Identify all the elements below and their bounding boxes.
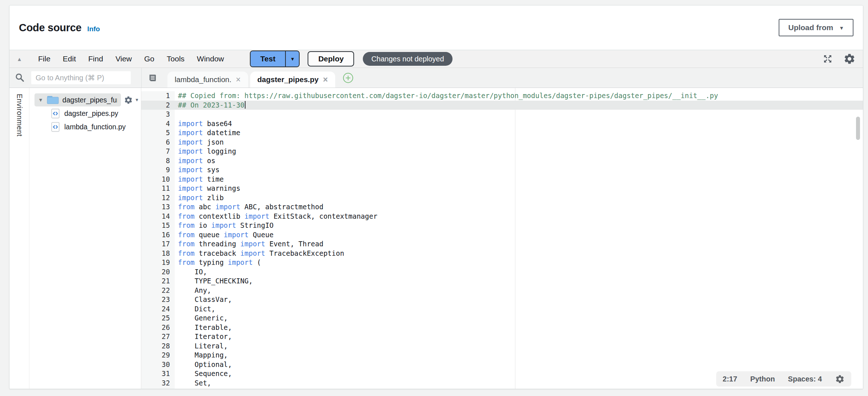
code-line[interactable]: 28 Literal, [141,342,863,351]
code-line[interactable]: 3 [141,110,863,119]
tab-label: lambda_function. [175,75,231,84]
line-number: 5 [141,128,175,138]
menu-tools[interactable]: Tools [161,54,191,63]
menu-find[interactable]: Find [82,54,109,63]
panel-header: Code source Info Upload from ▼ [9,5,863,50]
menu-view[interactable]: View [109,54,138,63]
test-options-caret[interactable]: ▼ [285,51,299,66]
page-title: Code source [19,22,81,34]
folder-name: dagster_pipes_funct [62,96,117,104]
code-text: from io import StringIO [175,221,863,230]
test-button[interactable]: Test [251,51,285,66]
menu-file[interactable]: File [32,54,57,63]
editor-settings-gear-icon[interactable] [835,374,845,384]
line-number: 10 [141,175,175,184]
code-line[interactable]: 24 Dict, [141,304,863,314]
deploy-button[interactable]: Deploy [308,51,354,66]
upload-from-button[interactable]: Upload from ▼ [779,19,853,36]
cursor-position[interactable]: 2:17 [723,375,737,383]
text-cursor [245,101,246,109]
code-line[interactable]: 12import zlib [141,193,863,203]
code-line[interactable]: 27 Iterator, [141,332,863,342]
code-line[interactable]: 5import datetime [141,128,863,138]
code-line[interactable]: 8import os [141,156,863,166]
tree-file-dagster-pipes[interactable]: dagster_pipes.py [29,107,141,120]
code-line[interactable]: 15from io import StringIO [141,221,863,230]
code-line[interactable]: 1## Copied from: https://raw.githubuserc… [141,91,863,101]
line-number: 12 [141,193,175,203]
code-text: Dict, [175,304,863,314]
code-text: Iterator, [175,332,863,342]
code-line[interactable]: 16from queue import Queue [141,230,863,240]
settings-gear-icon[interactable] [843,53,856,65]
code-line[interactable]: 9import sys [141,165,863,175]
code-text: ## On 2023-11-30 [175,101,863,110]
code-line[interactable]: 6import json [141,138,863,147]
code-line[interactable]: 7import logging [141,147,863,156]
menu-edit[interactable]: Edit [57,54,82,63]
code-line[interactable]: 22 Any, [141,286,863,295]
language-mode[interactable]: Python [750,375,775,383]
code-text: TYPE_CHECKING, [175,276,863,286]
menu-window[interactable]: Window [191,54,230,63]
info-link[interactable]: Info [87,25,100,33]
collapse-menubar-icon[interactable]: ▲ [17,56,32,62]
file-name: dagster_pipes.py [64,109,118,118]
line-number: 7 [141,147,175,156]
code-text: ClassVar, [175,295,863,304]
code-text: Generic, [175,314,863,323]
code-line[interactable]: 17from threading import Event, Thread [141,239,863,249]
new-tab-icon[interactable] [342,72,354,84]
line-number: 4 [141,119,175,129]
fullscreen-icon[interactable] [822,53,833,64]
code-text: import warnings [175,184,863,193]
indent-setting[interactable]: Spaces: 4 [788,375,822,383]
line-number: 9 [141,165,175,175]
code-line[interactable]: 14from contextlib import ExitStack, cont… [141,212,863,221]
code-line[interactable]: 20 IO, [141,267,863,277]
close-icon[interactable]: × [236,76,240,84]
line-number: 29 [141,351,175,360]
code-line[interactable]: 21 TYPE_CHECKING, [141,276,863,286]
code-text [175,110,863,119]
code-text: ## Copied from: https://raw.githubuserco… [175,91,863,101]
line-number: 21 [141,276,175,286]
code-line[interactable]: 23 ClassVar, [141,295,863,304]
line-number: 27 [141,332,175,342]
code-source-panel: Code source Info Upload from ▼ ▲ File Ed… [9,5,863,389]
line-number: 14 [141,212,175,221]
file-name: lambda_function.py [64,123,126,131]
tab-list-icon[interactable] [147,73,157,83]
tab-lambda-function[interactable]: lambda_function. × [167,72,248,88]
code-line[interactable]: 29 Mapping, [141,351,863,360]
tab-bar: lambda_function. × dagster_pipes.py × [142,68,863,88]
code-line[interactable]: 25 Generic, [141,314,863,323]
code-line[interactable]: 26 Iterable, [141,323,863,332]
code-text: from queue import Queue [175,230,863,240]
go-to-anything-input[interactable] [31,71,131,84]
code-line[interactable]: 30 Optional, [141,360,863,369]
tab-dagster-pipes[interactable]: dagster_pipes.py × [250,72,335,88]
vertical-scrollbar-thumb[interactable] [856,117,860,140]
folder-expand-caret-icon[interactable]: ▼ [38,97,43,103]
code-editor[interactable]: 1## Copied from: https://raw.githubuserc… [141,88,863,389]
code-line[interactable]: 11import warnings [141,184,863,193]
code-text: import os [175,156,863,166]
code-line[interactable]: 2## On 2023-11-30 [141,101,863,110]
close-icon[interactable]: × [323,76,328,84]
code-line[interactable]: 18from traceback import TracebackExcepti… [141,249,863,258]
folder-settings-gear-icon[interactable]: ▼ [124,96,139,105]
code-line[interactable]: 4import base64 [141,119,863,129]
line-number: 13 [141,202,175,212]
code-line[interactable]: 13from abc import ABC, abstractmethod [141,202,863,212]
chevron-down-icon: ▼ [135,97,139,102]
tree-file-lambda-function[interactable]: lambda_function.py [29,120,141,134]
code-text: Mapping, [175,351,863,360]
code-line[interactable]: 10import time [141,175,863,184]
folder-icon [47,95,59,105]
menu-go[interactable]: Go [138,54,161,63]
line-number: 30 [141,360,175,369]
code-line[interactable]: 19from typing import ( [141,258,863,267]
code-line[interactable]: 33 TextIO [141,388,863,389]
folder-dagster-pipes-function[interactable]: ▼ dagster_pipes_funct [35,93,121,106]
